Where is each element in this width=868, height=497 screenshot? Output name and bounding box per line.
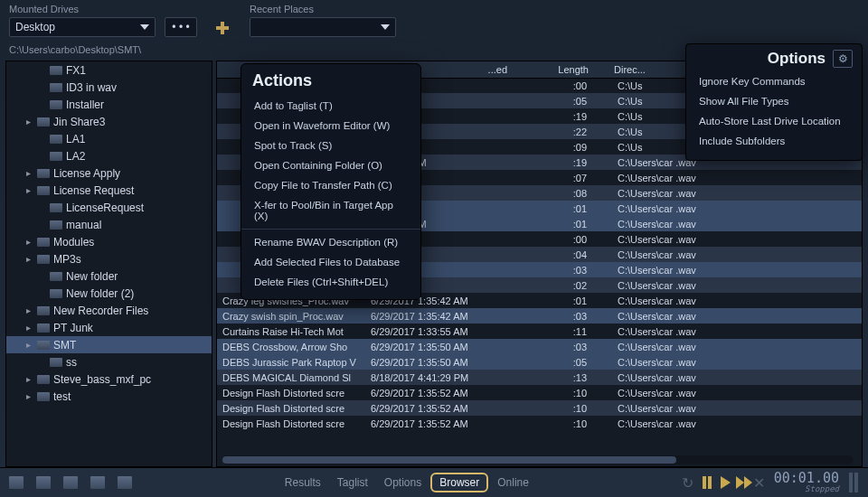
transport-controls: ↻ ✕ 00:01.00 Stopped [682,472,859,493]
tree-item[interactable]: New folder [6,267,212,285]
menu-item[interactable]: Add Selected Files to Database [241,252,420,272]
tree-item-label: PT Junk [53,322,93,334]
tab-browser[interactable]: Browser [430,473,488,492]
recent-places-label: Recent Places [250,4,396,14]
scrollbar-thumb[interactable] [222,456,676,464]
play-button[interactable] [721,476,731,489]
menu-item[interactable]: Open Containing Folder (O) [241,155,420,175]
folder-icon [50,272,62,281]
tree-item[interactable]: ▸SMT [6,336,212,353]
folder-icon [50,135,62,144]
cell-length: :00 [511,234,618,245]
tree-item[interactable]: ▸MP3s [6,250,212,267]
option-item[interactable]: Show All File Types [686,91,862,111]
option-item[interactable]: Ignore Key Commands [686,71,862,91]
folder-icon [50,203,62,212]
cell-date: 8/18/2017 4:41:29 PM [371,372,511,383]
mounted-drives-dropdown[interactable]: Desktop [9,17,156,37]
recent-places-dropdown[interactable] [250,17,396,37]
tree-item-label: manual [66,219,101,231]
menu-item[interactable]: Add to Taglist (T) [241,96,420,116]
folder-icon [37,238,50,247]
table-row[interactable]: Design Flash Distorted scre6/29/2017 1:3… [217,385,862,400]
cell-date: 6/29/2017 1:35:50 AM [371,342,511,352]
cell-dir: C:\Users\car .wav [618,342,862,352]
cell-dir: C:\Users\car .wav [618,357,862,368]
cell-dir: C:\Users\car .wav [618,188,862,199]
new-file-icon[interactable] [9,476,24,489]
tag-icon[interactable] [36,476,51,489]
menu-item[interactable]: Rename BWAV Description (R) [241,232,420,252]
cell-dir: C:\Users\car .wav [618,372,862,383]
folder-icon [50,220,62,230]
tree-item[interactable]: FX1 [6,61,212,79]
option-item[interactable]: Auto-Store Last Drive Location [686,111,862,131]
tree-item[interactable]: ▸Jin Share3 [6,113,212,130]
export-icon[interactable] [118,476,132,489]
tree-item[interactable]: ID3 in wav [6,79,212,96]
folder-tree[interactable]: FX1ID3 in wavInstaller▸Jin Share3LA1LA2▸… [6,61,212,466]
tree-item[interactable]: LA1 [6,130,212,147]
tree-item[interactable]: ▸License Request [6,182,212,199]
tree-item[interactable]: Installer [6,96,212,113]
horizontal-scrollbar[interactable] [222,455,853,464]
tab-online[interactable]: Online [490,474,536,491]
cell-date: 6/29/2017 1:33:55 AM [371,326,511,337]
tree-item[interactable]: LA2 [6,147,212,164]
tab-options[interactable]: Options [377,474,429,491]
browse-button[interactable]: • • • [165,17,197,37]
tree-item[interactable]: ▸License Apply [6,164,212,182]
shuffle-icon[interactable]: ✕ [753,474,765,492]
tree-item[interactable]: ▸Modules [6,233,212,250]
menu-item[interactable]: Spot to Track (S) [241,136,420,155]
menu-item[interactable]: X-fer to Pool/Bin in Target App (X) [241,195,420,226]
fast-forward-button[interactable] [736,476,744,489]
tree-item-label: SMT [53,339,76,352]
menu-item[interactable]: Copy File to Transfer Path (C) [241,175,420,195]
tree-item[interactable]: ▸New Recorder Files [6,302,212,319]
tree-item-label: Modules [53,236,94,248]
tree-item[interactable]: ▸test [6,388,212,405]
loop-icon[interactable]: ↻ [682,474,693,492]
tree-item-label: FX1 [66,64,86,77]
expander-icon: ▸ [26,305,33,315]
tree-item[interactable]: ▸Steve_bass_mxf_pc [6,370,212,388]
menu-item[interactable]: Open in Waveform Editor (W) [241,116,420,136]
mounted-drives-label: Mounted Drives [9,4,197,14]
tree-item[interactable]: ss [6,353,212,370]
cell-name: Design Flash Distorted scre [222,388,371,399]
top-bar: Mounted Drives Desktop • • • Recent Plac… [0,0,868,42]
tab-results[interactable]: Results [278,474,328,491]
option-item[interactable]: Include Subfolders [686,131,862,151]
table-row[interactable]: DEBS Jurassic Park Raptop V6/29/2017 1:3… [217,354,862,370]
folder-icon[interactable] [90,476,105,489]
add-place-button[interactable] [213,21,233,37]
mounted-drives-section: Mounted Drives Desktop • • • [9,4,197,37]
table-row[interactable]: Curtains Raise Hi-Tech Mot6/29/2017 1:33… [217,324,862,339]
tree-item[interactable]: LicenseRequest [6,199,212,216]
col-length[interactable]: Length [513,64,607,75]
table-row[interactable]: Crazy swish spin_Proc.wav6/29/2017 1:35:… [217,308,862,324]
table-row[interactable]: DEBS MAGICAL Diamond Sl8/18/2017 4:41:29… [217,370,862,385]
pause-button[interactable] [703,476,712,489]
table-row[interactable]: DEBS Crossbow, Arrow Sho6/29/2017 1:35:5… [217,339,862,354]
import-icon[interactable] [63,476,78,489]
actions-title: Actions [252,71,410,90]
cell-name: DEBS Jurassic Park Raptop V [222,357,371,368]
cell-dir: C:\Users\car .wav [618,219,862,230]
tree-item-label: Jin Share3 [53,116,105,128]
menu-item[interactable]: Delete Files (Ctrl+Shift+DEL) [241,272,420,292]
table-row[interactable]: Design Flash Distorted scre6/29/2017 1:3… [217,400,862,416]
cell-length: :03 [511,311,618,322]
gear-icon[interactable]: ⚙ [833,50,853,68]
tree-item-label: LicenseRequest [66,202,144,214]
table-row[interactable]: Design Flash Distorted scre6/29/2017 1:3… [217,416,862,431]
tree-item[interactable]: New folder (2) [6,285,212,302]
tree-item[interactable]: ▸PT Junk [6,319,212,336]
tab-taglist[interactable]: Taglist [330,474,375,491]
tree-item-label: ss [66,356,77,369]
folder-icon [50,152,62,161]
meter-bar [849,473,853,492]
tree-item[interactable]: manual [6,216,212,233]
tree-item-label: License Apply [53,167,120,180]
